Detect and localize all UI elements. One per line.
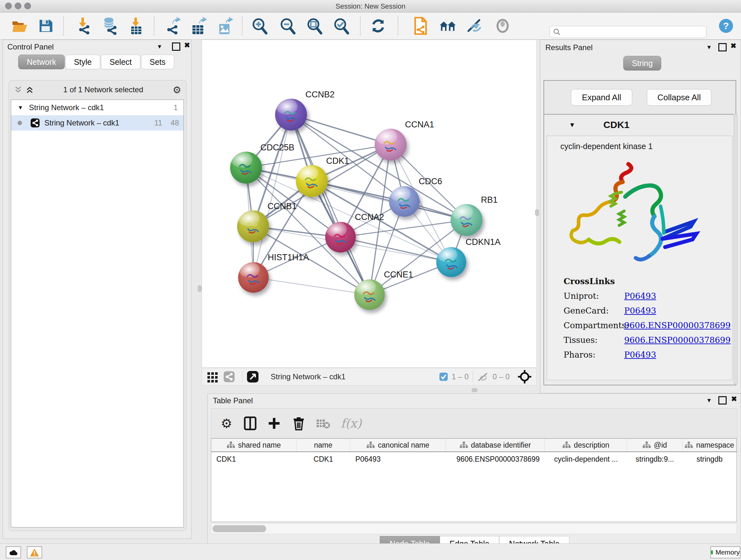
column-header-id[interactable]: @id bbox=[627, 439, 682, 451]
help-icon[interactable]: ? bbox=[718, 17, 735, 35]
gene-expander-icon[interactable]: ▼ bbox=[569, 121, 576, 129]
zoom-fit-icon[interactable] bbox=[306, 17, 323, 35]
network-node-rb1[interactable] bbox=[451, 204, 482, 236]
import-string-document-icon[interactable] bbox=[412, 17, 429, 35]
crosslink-link[interactable]: P06493 bbox=[624, 306, 656, 315]
collapse-results-icon[interactable]: ▼ bbox=[706, 44, 712, 51]
network-collection-row[interactable]: ▼ String Network – cdk1 1 bbox=[11, 100, 184, 115]
cell-id[interactable]: stringdb:9... bbox=[627, 455, 682, 463]
delete-column-icon[interactable] bbox=[292, 416, 305, 431]
export-network-icon[interactable] bbox=[164, 17, 181, 35]
float-results-icon[interactable] bbox=[718, 43, 727, 51]
network-node-cdk1[interactable] bbox=[296, 165, 328, 197]
cell-namespace[interactable]: stringdb bbox=[683, 455, 737, 463]
left-splitter-handle[interactable] bbox=[198, 286, 202, 292]
function-builder-icon[interactable]: f(x) bbox=[341, 416, 361, 430]
fit-selection-crosshair-icon[interactable] bbox=[517, 369, 532, 384]
column-header-namespace[interactable]: namespace bbox=[683, 439, 737, 451]
close-panel-icon[interactable]: ✖ bbox=[184, 42, 190, 49]
expand-all-networks-icon[interactable] bbox=[14, 85, 22, 94]
add-column-icon[interactable] bbox=[267, 417, 281, 430]
title-bar: Session: New Session bbox=[0, 0, 741, 12]
network-node-ccna2[interactable] bbox=[325, 222, 356, 253]
network-view-toolbar: String Network – cdk1 1 – 0 0 – 0 bbox=[202, 368, 537, 386]
cell-databaseidentifier[interactable]: 9606.ENSP00000378699 bbox=[446, 455, 545, 463]
results-scrollbar[interactable] bbox=[734, 114, 738, 384]
show-columns-icon[interactable] bbox=[244, 416, 257, 430]
tab-network[interactable]: Network bbox=[18, 55, 65, 69]
memory-button[interactable]: Memory bbox=[711, 546, 740, 558]
network-row[interactable]: String Network – cdk1 11 48 bbox=[11, 115, 184, 131]
float-panel-icon[interactable] bbox=[172, 43, 180, 51]
close-table-icon[interactable]: ✖ bbox=[731, 395, 737, 402]
hide-unhide-icon[interactable] bbox=[467, 17, 484, 35]
network-node-ccna1[interactable] bbox=[375, 129, 407, 161]
selected-checkbox-icon[interactable] bbox=[439, 372, 448, 381]
table-options-gear-icon[interactable]: ⚙ bbox=[221, 416, 232, 431]
crosslink-link[interactable]: P06493 bbox=[624, 291, 656, 301]
cell-name[interactable]: CDK1 bbox=[296, 455, 350, 463]
import-table-icon[interactable] bbox=[128, 17, 145, 35]
tab-select[interactable]: Select bbox=[101, 55, 140, 69]
collapse-panel-icon[interactable]: ▼ bbox=[157, 43, 162, 50]
cell-sharedname[interactable]: CDK1 bbox=[211, 455, 296, 463]
birds-eye-view-icon[interactable] bbox=[246, 370, 259, 383]
network-node-ccnb2[interactable] bbox=[275, 99, 307, 131]
network-node-ccnb1[interactable] bbox=[237, 210, 269, 242]
network-node-cdc6[interactable] bbox=[389, 186, 420, 217]
zoom-in-icon[interactable] bbox=[251, 17, 268, 35]
table-row[interactable]: CDK1CDK1P064939606.ENSP00000378699cyclin… bbox=[211, 452, 737, 466]
network-options-gear-icon[interactable]: ⚙ bbox=[173, 84, 181, 96]
float-table-icon[interactable] bbox=[718, 396, 727, 405]
network-node-cdkn1a[interactable] bbox=[436, 247, 466, 277]
tree-expander-icon[interactable]: ▼ bbox=[17, 105, 23, 111]
delete-table-icon[interactable] bbox=[316, 418, 330, 429]
export-image-icon[interactable] bbox=[216, 17, 233, 35]
tab-sets[interactable]: Sets bbox=[141, 55, 174, 69]
network-canvas[interactable]: CCNB2CCNA1CDC25BCDK1CDC6RB1CCNB1CCNA2CDK… bbox=[202, 40, 537, 368]
cloud-status-button[interactable] bbox=[6, 546, 21, 558]
cell-canonicalname[interactable]: P06493 bbox=[350, 455, 446, 463]
cell-description[interactable]: cyclin-dependent ... bbox=[545, 455, 627, 463]
column-header-sharedname[interactable]: shared name bbox=[211, 439, 296, 451]
close-results-icon[interactable]: ✖ bbox=[731, 43, 736, 50]
table-hscrollbar-thumb[interactable] bbox=[212, 525, 266, 532]
tab-style[interactable]: Style bbox=[65, 55, 100, 69]
crosslink-label: Uniprot: bbox=[563, 291, 624, 301]
gene-section-header[interactable]: ▼ CDK1 bbox=[544, 115, 736, 135]
column-header-name[interactable]: name bbox=[296, 439, 350, 451]
network-node-ccne1[interactable] bbox=[354, 279, 385, 310]
search-input[interactable] bbox=[561, 28, 699, 36]
bottom-splitter-handle[interactable] bbox=[472, 388, 477, 392]
refresh-icon[interactable] bbox=[369, 17, 387, 35]
expand-all-button[interactable]: Expand All bbox=[571, 89, 632, 106]
show-eye-icon[interactable] bbox=[494, 17, 511, 35]
search-box[interactable] bbox=[549, 26, 706, 38]
column-header-description[interactable]: description bbox=[545, 439, 627, 451]
table-hscrollbar[interactable] bbox=[211, 523, 737, 534]
export-table-icon[interactable] bbox=[190, 17, 207, 35]
right-splitter-handle[interactable] bbox=[535, 209, 539, 216]
save-session-icon[interactable] bbox=[37, 17, 54, 35]
crosslink-link[interactable]: P06493 bbox=[624, 350, 656, 360]
warning-status-button[interactable] bbox=[27, 546, 42, 558]
tab-string[interactable]: String bbox=[623, 56, 662, 71]
hidden-eye-icon[interactable] bbox=[477, 372, 489, 382]
import-network-icon[interactable] bbox=[74, 17, 91, 35]
crosslink-link[interactable]: 9606.ENSP00000378699 bbox=[624, 320, 731, 330]
collapse-all-networks-icon[interactable] bbox=[25, 85, 34, 94]
zoom-out-icon[interactable] bbox=[279, 17, 296, 35]
home-networks-icon[interactable] bbox=[439, 17, 456, 35]
column-header-canonicalname[interactable]: canonical name bbox=[350, 439, 446, 451]
collapse-table-icon[interactable]: ▼ bbox=[706, 397, 712, 404]
column-header-databaseidentifier[interactable]: database identifier bbox=[446, 439, 545, 451]
collapse-all-button[interactable]: Collapse All bbox=[647, 89, 711, 106]
import-database-icon[interactable] bbox=[100, 17, 118, 35]
grid-view-icon[interactable] bbox=[206, 371, 219, 383]
network-node-cdc25b[interactable] bbox=[230, 152, 262, 184]
crosslink-link[interactable]: 9606.ENSP00000378699 bbox=[624, 335, 731, 345]
open-session-icon[interactable] bbox=[11, 17, 29, 35]
zoom-selected-icon[interactable] bbox=[333, 17, 350, 35]
network-node-hist1h1a[interactable] bbox=[238, 262, 269, 293]
single-view-icon[interactable] bbox=[223, 371, 235, 383]
